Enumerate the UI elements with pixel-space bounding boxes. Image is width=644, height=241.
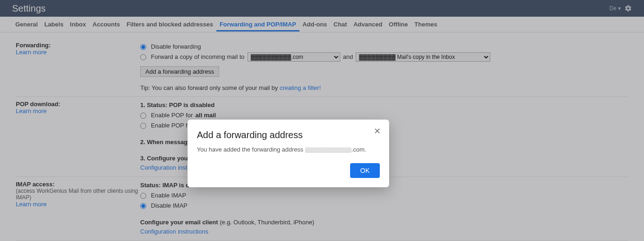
close-icon[interactable]: ✕ [374,127,381,135]
add-forwarding-dialog: ✕ Add a forwarding address You have adde… [188,120,389,187]
dialog-body: You have added the forwarding address xx… [197,146,380,153]
dialog-title: Add a forwarding address [197,130,380,140]
dialog-ok-button[interactable]: OK [350,163,380,178]
